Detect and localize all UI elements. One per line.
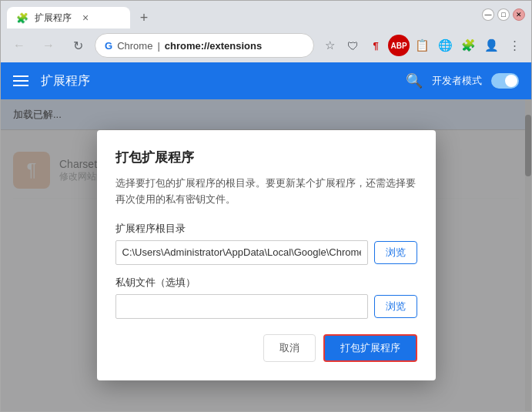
address-url: chrome://extensions <box>165 40 262 52</box>
browse-key-button[interactable]: 浏览 <box>374 295 417 318</box>
address-prefix: Chrome <box>117 40 152 52</box>
toggle-knob <box>505 75 517 87</box>
dialog-title: 打包扩展程序 <box>115 149 417 166</box>
tab-favicon-icon: 🧩 <box>16 12 28 24</box>
new-tab-button[interactable]: + <box>133 7 155 28</box>
ext-icon-2[interactable]: ¶ <box>365 35 386 56</box>
extensions-header: 扩展程序 🔍 开发者模式 <box>1 62 531 99</box>
key-field-label: 私钥文件（选填） <box>115 276 417 290</box>
profile-button[interactable]: 👤 <box>480 35 502 56</box>
dialog-description: 选择要打包的扩展程序的根目录。要更新某个扩展程序，还需选择要再次使用的私有密钥文… <box>115 176 417 208</box>
active-tab[interactable]: 🧩 扩展程序 × <box>7 7 130 28</box>
hamburger-menu-button[interactable] <box>13 75 28 86</box>
browser-toolbar: ← → ↻ G Chrome | chrome://extensions ☆ 🛡… <box>1 28 531 62</box>
dir-field-row: 浏览 <box>115 240 417 265</box>
ext-icon-3[interactable]: ABP <box>388 35 410 56</box>
page-content: 扩展程序 🔍 开发者模式 加载已解... ¶ Charset 0.5.4 <box>1 62 531 411</box>
toolbar-icons: ☆ 🛡 ¶ ABP 📋 🌐 🧩 👤 ⋮ <box>319 35 525 56</box>
extensions-body: 加载已解... ¶ Charset 0.5.4 修改网站的默认编码 <box>1 99 531 411</box>
key-input[interactable] <box>115 294 368 319</box>
back-button[interactable]: ← <box>7 33 32 58</box>
address-separator: | <box>157 40 159 52</box>
browse-dir-button[interactable]: 浏览 <box>374 241 417 264</box>
ext-icon-5[interactable]: 🌐 <box>434 35 456 56</box>
browser-window: 🧩 扩展程序 × + — □ ✕ ← → ↻ G Chrome | chrome… <box>0 0 532 412</box>
close-window-button[interactable]: ✕ <box>513 8 525 21</box>
extensions-button[interactable]: 🧩 <box>457 35 479 56</box>
pack-extension-dialog: 打包扩展程序 选择要打包的扩展程序的根目录。要更新某个扩展程序，还需选择要再次使… <box>97 130 436 380</box>
header-right: 🔍 开发者模式 <box>406 72 519 89</box>
ext-icon-4[interactable]: 📋 <box>411 35 433 56</box>
window-controls: — □ ✕ <box>482 8 525 21</box>
dir-input[interactable] <box>115 240 368 265</box>
titlebar: 🧩 扩展程序 × + — □ ✕ <box>1 1 531 28</box>
dev-mode-label: 开发者模式 <box>432 74 482 88</box>
address-bar[interactable]: G Chrome | chrome://extensions <box>95 33 314 58</box>
dialog-actions: 取消 打包扩展程序 <box>115 334 417 362</box>
search-button[interactable]: 🔍 <box>406 72 423 89</box>
minimize-button[interactable]: — <box>482 8 494 21</box>
cancel-button[interactable]: 取消 <box>263 334 316 362</box>
maximize-button[interactable]: □ <box>497 8 510 21</box>
pack-extension-button[interactable]: 打包扩展程序 <box>323 334 417 362</box>
tab-close-button[interactable]: × <box>78 10 93 25</box>
modal-overlay: 打包扩展程序 选择要打包的扩展程序的根目录。要更新某个扩展程序，还需选择要再次使… <box>1 99 531 411</box>
forward-button[interactable]: → <box>36 33 61 58</box>
bookmark-button[interactable]: ☆ <box>319 35 340 56</box>
secure-icon: G <box>105 40 112 52</box>
key-field-row: 浏览 <box>115 294 417 319</box>
tab-title: 扩展程序 <box>35 12 72 25</box>
dir-field-label: 扩展程序根目录 <box>115 222 417 236</box>
extensions-page-title: 扩展程序 <box>41 73 90 89</box>
menu-button[interactable]: ⋮ <box>504 35 525 56</box>
tab-strip: 🧩 扩展程序 × + <box>7 1 476 28</box>
dev-mode-toggle[interactable] <box>491 73 519 89</box>
ext-icon-1[interactable]: 🛡 <box>342 35 363 56</box>
refresh-button[interactable]: ↻ <box>65 33 90 58</box>
